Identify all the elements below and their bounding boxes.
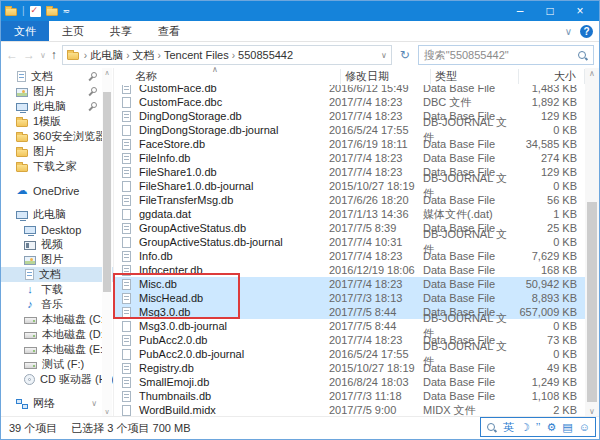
- sidebar-item[interactable]: 文档: [1, 69, 113, 84]
- file-icon-cell: [114, 209, 137, 220]
- column-header-name[interactable]: 名称: [114, 69, 341, 84]
- sidebar-expand-icon[interactable]: ∨: [91, 399, 97, 408]
- sidebar-item[interactable]: 图片: [1, 144, 113, 159]
- onedrive-icon: ☁: [16, 185, 28, 196]
- column-header-date[interactable]: 修改日期: [341, 69, 431, 84]
- breadcrumb-item[interactable]: 550855442: [238, 49, 293, 61]
- doc-icon: [122, 349, 131, 360]
- table-row[interactable]: FileShare1.0.db-journal2015/10/27 18:19D…: [114, 179, 585, 193]
- file-name: Info.db: [137, 250, 325, 262]
- ribbon-tab-share[interactable]: 共享: [97, 21, 145, 41]
- search-icon[interactable]: [577, 50, 588, 61]
- qat-customize-icon[interactable]: ≂: [63, 6, 70, 16]
- breadcrumb-item[interactable]: 文档: [133, 48, 155, 63]
- table-row[interactable]: SmallEmoji.db2016/8/24 18:03Data Base Fi…: [114, 375, 585, 389]
- ribbon-tab-home[interactable]: 主页: [49, 21, 97, 41]
- forward-icon[interactable]: →: [23, 46, 35, 64]
- sidebar-item[interactable]: 360安全浏览器: [1, 129, 113, 144]
- table-row[interactable]: Infocenter.db2016/12/19 18:06Data Base F…: [114, 263, 585, 277]
- sidebar-item[interactable]: 图片: [1, 84, 113, 99]
- breadcrumb-item[interactable]: 此电脑: [90, 48, 123, 63]
- sidebar-item[interactable]: ↓下载: [1, 282, 113, 297]
- ime-clipboard-icon[interactable]: ▤: [562, 419, 572, 435]
- table-row[interactable]: FaceStore.db2017/6/19 18:11Data Base Fil…: [114, 137, 585, 151]
- sidebar-item[interactable]: 此电脑: [1, 99, 113, 114]
- refresh-icon[interactable]: ↻: [397, 48, 413, 62]
- minimize-button[interactable]: –: [505, 1, 535, 21]
- ime-settings-icon[interactable]: ⚙: [546, 419, 556, 435]
- sidebar-item[interactable]: 网络∨: [1, 396, 113, 411]
- sidebar-item[interactable]: 图片: [1, 252, 113, 267]
- sidebar-item[interactable]: Desktop: [1, 222, 113, 237]
- ribbon-collapse-icon[interactable]: ∨: [565, 26, 572, 37]
- sidebar-item[interactable]: ☁OneDrive: [1, 183, 113, 198]
- file-icon-cell: [114, 307, 137, 318]
- table-row[interactable]: GroupActiveStatus.db2017/7/5 8:39Data Ba…: [114, 221, 585, 235]
- table-row[interactable]: ggdata.dat2017/1/13 14:36媒体文件(.dat)1 KB: [114, 207, 585, 221]
- ime-punctuation-icon[interactable]: ’’: [536, 419, 541, 435]
- sidebar-item[interactable]: 文档: [1, 267, 113, 282]
- maximize-button[interactable]: □: [535, 1, 565, 21]
- table-row[interactable]: Msg3.0.db-journal2017/7/5 8:44DB-JOURNAL…: [114, 319, 585, 333]
- table-row[interactable]: Thumbnails.db2017/7/3 11:18Data Base Fil…: [114, 389, 585, 403]
- ribbon-tab-file[interactable]: 文件: [1, 21, 49, 41]
- sidebar-item[interactable]: 本地磁盘 (C:): [1, 312, 113, 327]
- back-icon[interactable]: ←: [6, 46, 18, 64]
- column-header-type[interactable]: 类型: [431, 69, 519, 84]
- up-icon[interactable]: ↑: [51, 46, 57, 64]
- sidebar-item[interactable]: 下载之家: [1, 159, 113, 174]
- ime-english-mode-icon[interactable]: 英: [503, 419, 514, 435]
- table-row[interactable]: GroupActiveStatus.db-journal2017/7/4 10:…: [114, 235, 585, 249]
- sidebar-scroll-thumb[interactable]: [103, 92, 111, 292]
- address-box[interactable]: ›此电脑›文档›Tencent Files›550855442 ∨: [62, 45, 392, 65]
- table-row[interactable]: PubAcc2.0.db-journal2016/5/24 17:55DB-JO…: [114, 347, 585, 361]
- sidebar-item[interactable]: ♪音乐: [1, 297, 113, 312]
- sidebar-scrollbar[interactable]: ∧ ∨: [102, 68, 112, 417]
- sidebar-item[interactable]: 本地磁盘 (D:): [1, 327, 113, 342]
- sidebar-item[interactable]: 此电脑: [1, 207, 113, 222]
- ribbon-tab-view[interactable]: 查看: [145, 21, 193, 41]
- sidebar-scroll-down-icon[interactable]: ∨: [102, 408, 112, 416]
- search-input[interactable]: [424, 49, 577, 61]
- table-row[interactable]: Misc.db2017/7/4 18:23Data Base File50,94…: [114, 277, 585, 291]
- table-row[interactable]: CustomFace.dbc2017/7/4 18:23DBC 文件1,892 …: [114, 95, 585, 109]
- table-row[interactable]: Registry.db2015/10/27 18:19Data Base Fil…: [114, 361, 585, 375]
- sidebar-item[interactable]: 视频: [1, 237, 113, 252]
- table-row[interactable]: Info.db2017/7/4 18:23Data Base File7,629…: [114, 249, 585, 263]
- table-row[interactable]: DingDongStorage.db-journal2016/5/24 17:5…: [114, 123, 585, 137]
- list-scrollbar[interactable]: ∧ ∨: [585, 68, 599, 417]
- db-icon: [122, 167, 131, 178]
- list-scroll-down-icon[interactable]: ∨: [585, 407, 599, 416]
- sidebar-item[interactable]: 测试 (F:): [1, 357, 113, 372]
- properties-qat-icon[interactable]: [30, 6, 41, 17]
- table-row[interactable]: FileInfo.db2017/7/4 18:23Data Base File2…: [114, 151, 585, 165]
- table-row[interactable]: WordBuild.midx2017/7/5 9:00MIDX 文件2 KB: [114, 403, 585, 417]
- db-icon: [122, 391, 131, 402]
- close-button[interactable]: ×: [565, 1, 595, 21]
- table-row[interactable]: PubAcc2.0.db2017/7/4 18:23Data Base File…: [114, 333, 585, 347]
- breadcrumb-item[interactable]: Tencent Files: [164, 49, 229, 61]
- table-row[interactable]: Msg3.0.db2017/7/5 8:44Data Base File657,…: [114, 305, 585, 319]
- table-row[interactable]: FileShare1.0.db2017/7/4 18:23Data Base F…: [114, 165, 585, 179]
- new-folder-qat-icon[interactable]: [46, 8, 58, 16]
- ime-emoji-icon[interactable]: ☺: [579, 419, 590, 435]
- table-row[interactable]: DingDongStorage.db2017/7/4 18:23Data Bas…: [114, 109, 585, 123]
- file-date: 2017/7/3 18:13: [325, 292, 419, 304]
- sidebar-item[interactable]: 本地磁盘 (E:): [1, 342, 113, 357]
- ime-sogou-logo-icon[interactable]: ☽: [520, 419, 530, 435]
- sidebar-scroll-up-icon[interactable]: ∧: [102, 69, 112, 77]
- sidebar-item[interactable]: 1模版: [1, 114, 113, 129]
- sidebar-item[interactable]: CD 驱动器 (H:): [1, 372, 113, 387]
- list-scroll-up-icon[interactable]: ∧: [585, 69, 599, 78]
- file-name: Infocenter.db: [137, 264, 325, 276]
- address-dropdown-icon[interactable]: ∨: [381, 51, 387, 60]
- table-row[interactable]: CustomFace.db2016/6/12 15:49Data Base Fi…: [114, 85, 585, 95]
- table-row[interactable]: MiscHead.db2017/7/3 18:13Data Base File8…: [114, 291, 585, 305]
- ime-search-icon[interactable]: [486, 422, 497, 433]
- list-scroll-thumb[interactable]: [587, 202, 597, 402]
- table-row[interactable]: FileTransferMsg.db2017/6/26 18:20Data Ba…: [114, 193, 585, 207]
- column-header-size[interactable]: 大小: [519, 69, 585, 84]
- file-icon-cell: [114, 363, 137, 374]
- recent-locations-icon[interactable]: ∨: [40, 51, 46, 60]
- help-icon[interactable]: ?: [580, 25, 593, 38]
